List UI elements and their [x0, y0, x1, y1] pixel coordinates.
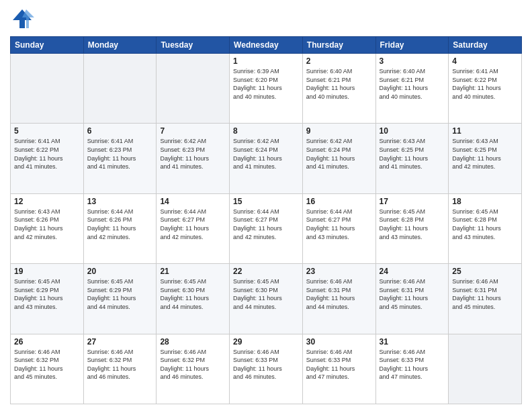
day-info: Sunrise: 6:46 AM Sunset: 6:32 PM Dayligh… — [87, 348, 153, 381]
calendar-cell: 2Sunrise: 6:40 AM Sunset: 6:21 PM Daylig… — [302, 54, 375, 124]
day-number: 28 — [160, 337, 226, 347]
day-info: Sunrise: 6:45 AM Sunset: 6:29 PM Dayligh… — [14, 277, 80, 311]
day-info: Sunrise: 6:46 AM Sunset: 6:32 PM Dayligh… — [14, 348, 80, 381]
calendar-week-2: 5Sunrise: 6:41 AM Sunset: 6:22 PM Daylig… — [11, 124, 522, 193]
day-number: 9 — [306, 126, 372, 136]
day-info: Sunrise: 6:45 AM Sunset: 6:29 PM Dayligh… — [87, 277, 153, 311]
day-header-saturday: Saturday — [449, 37, 522, 54]
day-number: 31 — [380, 337, 445, 347]
calendar-cell: 6Sunrise: 6:41 AM Sunset: 6:23 PM Daylig… — [83, 124, 157, 193]
logo-icon — [10, 7, 34, 31]
calendar-cell: 26Sunrise: 6:46 AM Sunset: 6:32 PM Dayli… — [11, 334, 84, 404]
calendar-cell: 24Sunrise: 6:46 AM Sunset: 6:31 PM Dayli… — [375, 264, 449, 334]
calendar-cell: 22Sunrise: 6:45 AM Sunset: 6:30 PM Dayli… — [230, 264, 303, 334]
day-header-monday: Monday — [83, 37, 157, 54]
day-number: 25 — [452, 267, 518, 276]
calendar-cell: 25Sunrise: 6:46 AM Sunset: 6:31 PM Dayli… — [449, 264, 522, 334]
calendar-cell: 4Sunrise: 6:41 AM Sunset: 6:22 PM Daylig… — [449, 54, 522, 124]
day-info: Sunrise: 6:43 AM Sunset: 6:25 PM Dayligh… — [380, 137, 445, 171]
day-info: Sunrise: 6:43 AM Sunset: 6:25 PM Dayligh… — [452, 137, 518, 171]
day-info: Sunrise: 6:44 AM Sunset: 6:27 PM Dayligh… — [160, 208, 226, 241]
day-info: Sunrise: 6:45 AM Sunset: 6:30 PM Dayligh… — [233, 277, 299, 311]
day-info: Sunrise: 6:40 AM Sunset: 6:21 PM Dayligh… — [306, 67, 372, 101]
day-info: Sunrise: 6:41 AM Sunset: 6:23 PM Dayligh… — [87, 137, 153, 171]
day-number: 18 — [452, 197, 518, 206]
calendar-cell: 9Sunrise: 6:42 AM Sunset: 6:24 PM Daylig… — [302, 124, 375, 193]
header — [10, 7, 522, 31]
calendar-cell: 27Sunrise: 6:46 AM Sunset: 6:32 PM Dayli… — [83, 334, 157, 404]
day-info: Sunrise: 6:42 AM Sunset: 6:24 PM Dayligh… — [306, 137, 372, 171]
calendar-cell: 21Sunrise: 6:45 AM Sunset: 6:30 PM Dayli… — [157, 264, 230, 334]
day-header-tuesday: Tuesday — [157, 37, 230, 54]
calendar-week-4: 19Sunrise: 6:45 AM Sunset: 6:29 PM Dayli… — [11, 264, 522, 334]
calendar-cell: 10Sunrise: 6:43 AM Sunset: 6:25 PM Dayli… — [375, 124, 449, 193]
day-info: Sunrise: 6:46 AM Sunset: 6:31 PM Dayligh… — [306, 277, 372, 311]
day-number: 1 — [233, 56, 299, 66]
day-info: Sunrise: 6:46 AM Sunset: 6:33 PM Dayligh… — [233, 348, 299, 381]
day-number: 30 — [306, 337, 372, 347]
calendar-cell: 19Sunrise: 6:45 AM Sunset: 6:29 PM Dayli… — [11, 264, 84, 334]
day-info: Sunrise: 6:46 AM Sunset: 6:31 PM Dayligh… — [380, 277, 445, 311]
day-info: Sunrise: 6:42 AM Sunset: 6:24 PM Dayligh… — [233, 137, 299, 171]
day-info: Sunrise: 6:40 AM Sunset: 6:21 PM Dayligh… — [380, 67, 445, 101]
day-info: Sunrise: 6:39 AM Sunset: 6:20 PM Dayligh… — [233, 67, 299, 101]
page: SundayMondayTuesdayWednesdayThursdayFrid… — [0, 0, 532, 411]
day-header-sunday: Sunday — [11, 37, 84, 54]
calendar-header-row: SundayMondayTuesdayWednesdayThursdayFrid… — [11, 37, 522, 54]
day-number: 6 — [87, 126, 153, 136]
day-number: 20 — [87, 267, 153, 276]
day-number: 12 — [14, 197, 80, 206]
calendar: SundayMondayTuesdayWednesdayThursdayFrid… — [10, 36, 522, 404]
day-number: 4 — [452, 56, 518, 66]
day-number: 7 — [160, 126, 226, 136]
calendar-week-3: 12Sunrise: 6:43 AM Sunset: 6:26 PM Dayli… — [11, 193, 522, 263]
day-number: 17 — [380, 197, 445, 206]
calendar-cell: 3Sunrise: 6:40 AM Sunset: 6:21 PM Daylig… — [375, 54, 449, 124]
calendar-cell: 11Sunrise: 6:43 AM Sunset: 6:25 PM Dayli… — [449, 124, 522, 193]
calendar-cell: 23Sunrise: 6:46 AM Sunset: 6:31 PM Dayli… — [302, 264, 375, 334]
calendar-cell: 8Sunrise: 6:42 AM Sunset: 6:24 PM Daylig… — [230, 124, 303, 193]
day-number: 14 — [160, 197, 226, 206]
day-info: Sunrise: 6:46 AM Sunset: 6:32 PM Dayligh… — [160, 348, 226, 381]
calendar-cell: 1Sunrise: 6:39 AM Sunset: 6:20 PM Daylig… — [230, 54, 303, 124]
day-info: Sunrise: 6:45 AM Sunset: 6:28 PM Dayligh… — [452, 208, 518, 241]
day-info: Sunrise: 6:41 AM Sunset: 6:22 PM Dayligh… — [14, 137, 80, 171]
day-number: 8 — [233, 126, 299, 136]
day-number: 24 — [380, 267, 445, 276]
day-number: 23 — [306, 267, 372, 276]
day-info: Sunrise: 6:46 AM Sunset: 6:31 PM Dayligh… — [452, 277, 518, 311]
calendar-cell: 13Sunrise: 6:44 AM Sunset: 6:26 PM Dayli… — [83, 193, 157, 263]
day-header-wednesday: Wednesday — [230, 37, 303, 54]
calendar-cell: 15Sunrise: 6:44 AM Sunset: 6:27 PM Dayli… — [230, 193, 303, 263]
day-info: Sunrise: 6:46 AM Sunset: 6:33 PM Dayligh… — [380, 348, 445, 381]
day-number: 3 — [380, 56, 445, 66]
day-number: 2 — [306, 56, 372, 66]
logo — [10, 7, 37, 31]
day-number: 5 — [14, 126, 80, 136]
calendar-cell: 30Sunrise: 6:46 AM Sunset: 6:33 PM Dayli… — [302, 334, 375, 404]
calendar-cell — [11, 54, 84, 124]
calendar-cell: 7Sunrise: 6:42 AM Sunset: 6:23 PM Daylig… — [157, 124, 230, 193]
day-info: Sunrise: 6:42 AM Sunset: 6:23 PM Dayligh… — [160, 137, 226, 171]
calendar-cell — [157, 54, 230, 124]
calendar-cell: 28Sunrise: 6:46 AM Sunset: 6:32 PM Dayli… — [157, 334, 230, 404]
calendar-cell: 12Sunrise: 6:43 AM Sunset: 6:26 PM Dayli… — [11, 193, 84, 263]
calendar-cell: 17Sunrise: 6:45 AM Sunset: 6:28 PM Dayli… — [375, 193, 449, 263]
day-number: 19 — [14, 267, 80, 276]
day-number: 16 — [306, 197, 372, 206]
day-number: 29 — [233, 337, 299, 347]
day-number: 26 — [14, 337, 80, 347]
day-number: 27 — [87, 337, 153, 347]
day-header-thursday: Thursday — [302, 37, 375, 54]
day-info: Sunrise: 6:44 AM Sunset: 6:27 PM Dayligh… — [306, 208, 372, 241]
day-number: 22 — [233, 267, 299, 276]
calendar-cell: 29Sunrise: 6:46 AM Sunset: 6:33 PM Dayli… — [230, 334, 303, 404]
day-info: Sunrise: 6:45 AM Sunset: 6:28 PM Dayligh… — [380, 208, 445, 241]
calendar-cell: 5Sunrise: 6:41 AM Sunset: 6:22 PM Daylig… — [11, 124, 84, 193]
day-number: 13 — [87, 197, 153, 206]
day-info: Sunrise: 6:43 AM Sunset: 6:26 PM Dayligh… — [14, 208, 80, 241]
day-info: Sunrise: 6:46 AM Sunset: 6:33 PM Dayligh… — [306, 348, 372, 381]
day-number: 11 — [452, 126, 518, 136]
day-info: Sunrise: 6:41 AM Sunset: 6:22 PM Dayligh… — [452, 67, 518, 101]
calendar-cell: 14Sunrise: 6:44 AM Sunset: 6:27 PM Dayli… — [157, 193, 230, 263]
